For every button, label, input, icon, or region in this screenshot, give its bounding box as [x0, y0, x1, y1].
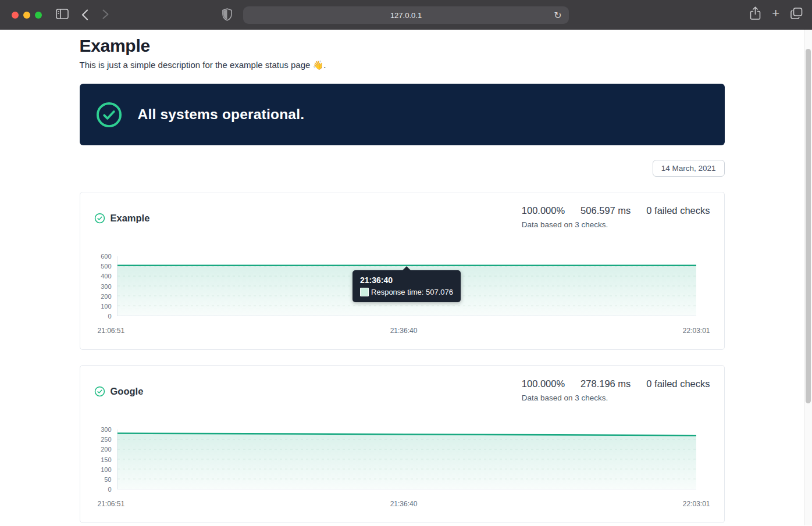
browser-toolbar: 127.0.0.1 ↻ +: [0, 0, 812, 30]
status-banner-message: All systems operational.: [138, 106, 305, 123]
monitor-stats: 100.000% 278.196 ms 0 failed checks Data…: [522, 378, 710, 402]
stats-caption: Data based on 3 checks.: [522, 393, 608, 402]
y-tick-label: 400: [101, 273, 111, 280]
chart-y-axis: 0100200300400500600: [94, 256, 112, 316]
browser-window: 127.0.0.1 ↻ + Example: [0, 0, 812, 526]
chart-x-axis: 21:06:5121:36:4022:03:01: [94, 500, 710, 508]
share-icon[interactable]: [750, 6, 761, 20]
response-time-value: 278.196 ms: [580, 378, 631, 389]
y-tick-label: 250: [101, 436, 111, 443]
tab-overview-icon[interactable]: [790, 8, 803, 19]
check-circle-icon: [95, 101, 123, 128]
chart-plot-area[interactable]: [117, 430, 696, 489]
new-tab-icon[interactable]: +: [772, 7, 779, 20]
date-selector-button[interactable]: 14 March, 2021: [653, 160, 725, 177]
page-viewport: Example This is just a simple descriptio…: [0, 30, 812, 525]
monitor-stats: 100.000% 506.597 ms 0 failed checks Data…: [522, 205, 710, 229]
chart-tooltip: 21:36:40 Response time: 507.076: [352, 270, 461, 302]
x-tick-label: 22:03:01: [683, 327, 710, 335]
check-circle-icon: [94, 386, 105, 397]
status-banner: All systems operational.: [80, 84, 725, 145]
check-circle-icon: [94, 213, 105, 224]
page-title: Example: [80, 35, 725, 56]
page-description: This is just a simple description for th…: [80, 60, 725, 70]
chart-plot-area[interactable]: 21:36:40 Response time: 507.076: [117, 256, 696, 316]
y-tick-label: 600: [101, 253, 111, 260]
y-tick-label: 300: [101, 283, 111, 289]
tooltip-value: Response time: 507.076: [371, 288, 453, 296]
minimize-window-button[interactable]: [23, 12, 30, 19]
y-tick-label: 0: [108, 486, 111, 493]
monitor-card-google: Google 100.000% 278.196 ms 0 failed chec…: [80, 365, 725, 523]
privacy-shield-icon[interactable]: [222, 8, 232, 23]
scrollbar-thumb[interactable]: [806, 49, 811, 403]
x-tick-label: 21:36:40: [390, 327, 418, 335]
monitor-card-example: Example 100.000% 506.597 ms 0 failed che…: [80, 192, 725, 350]
chart-x-axis: 21:06:5121:36:4022:03:01: [94, 327, 710, 335]
tooltip-time: 21:36:40: [360, 275, 453, 285]
address-bar[interactable]: 127.0.0.1 ↻: [243, 6, 569, 24]
stats-caption: Data based on 3 checks.: [522, 220, 608, 229]
forward-icon[interactable]: [102, 9, 109, 19]
window-controls: [12, 12, 42, 19]
uptime-value: 100.000%: [522, 205, 565, 216]
y-tick-label: 300: [101, 427, 111, 433]
x-tick-label: 21:06:51: [98, 327, 125, 335]
reload-icon[interactable]: ↻: [551, 9, 564, 22]
sidebar-toggle-icon[interactable]: [56, 9, 69, 19]
scrollbar-track: [804, 30, 812, 525]
y-tick-label: 500: [101, 263, 111, 270]
response-time-chart: 0100200300400500600 21:36:40 Response ti…: [94, 256, 696, 316]
chart-y-axis: 050100150200250300: [94, 430, 112, 489]
uptime-value: 100.000%: [522, 378, 565, 389]
y-tick-label: 200: [101, 446, 111, 453]
zoom-window-button[interactable]: [35, 12, 42, 19]
monitor-name: Example: [111, 213, 150, 224]
x-tick-label: 22:03:01: [683, 500, 710, 508]
y-tick-label: 100: [101, 466, 111, 473]
response-time-chart: 050100150200250300: [94, 430, 696, 489]
response-time-value: 506.597 ms: [580, 205, 631, 216]
y-tick-label: 150: [101, 456, 111, 463]
x-tick-label: 21:36:40: [390, 500, 418, 508]
y-tick-label: 50: [104, 476, 111, 482]
failed-checks-value: 0 failed checks: [646, 378, 710, 389]
monitor-name: Google: [111, 386, 144, 397]
url-text: 127.0.0.1: [390, 11, 422, 20]
x-tick-label: 21:06:51: [98, 500, 125, 508]
y-tick-label: 100: [101, 303, 111, 309]
y-tick-label: 200: [101, 293, 111, 299]
back-icon[interactable]: [81, 9, 88, 20]
toolbar-right-actions: +: [750, 6, 803, 20]
close-window-button[interactable]: [12, 12, 19, 19]
y-tick-label: 0: [108, 313, 111, 320]
series-swatch-icon: [360, 288, 369, 296]
failed-checks-value: 0 failed checks: [646, 205, 710, 216]
